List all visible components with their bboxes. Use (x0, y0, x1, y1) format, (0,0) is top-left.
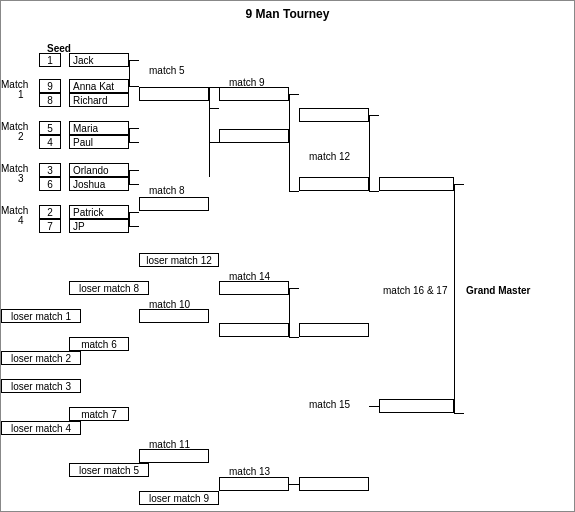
seed-9-box: 9 (39, 79, 61, 93)
match6-box: match 6 (69, 337, 129, 351)
h-match13-match15 (289, 484, 299, 485)
match13-top-box (219, 477, 289, 491)
h-match3-top (129, 170, 139, 171)
player-joshua: Joshua (69, 177, 129, 191)
match1-num: 1 (18, 89, 24, 100)
h-match4-top (129, 212, 139, 213)
match4-label: Match (1, 205, 28, 216)
v-match12-match16 (369, 115, 370, 191)
loser-match8-box: loser match 8 (69, 281, 149, 295)
v-match4 (129, 212, 130, 226)
h-match15-match16 (369, 406, 379, 407)
h-match12-match16-top (369, 115, 379, 116)
player-richard: Richard (69, 93, 129, 107)
match5-box (139, 87, 209, 101)
match8-label: match 8 (149, 185, 185, 196)
seed-2-box: 2 (39, 205, 61, 219)
match10-label: match 10 (149, 299, 190, 310)
match11-box (139, 449, 209, 463)
match15-bot-box (299, 477, 369, 491)
match16-top-box (379, 177, 454, 191)
seed-1-box: 1 (39, 53, 61, 67)
h-match16-gm-bot (454, 413, 464, 414)
player-orlando: Orlando (69, 163, 129, 177)
h-match4-bot (129, 226, 139, 227)
match12-top-box (299, 108, 369, 122)
player-jp: JP (69, 219, 129, 233)
match14-bot-box (219, 323, 289, 337)
v-match3 (129, 170, 130, 184)
seed-7-box: 7 (39, 219, 61, 233)
match3-num: 3 (18, 173, 24, 184)
v-match8-match9 (209, 108, 210, 177)
h-match8-match9 (209, 108, 219, 109)
player-annaKat: Anna Kat (69, 79, 129, 93)
match14-label: match 14 (229, 271, 270, 282)
h-match5-match9-bot (209, 142, 219, 143)
match2-label: Match (1, 121, 28, 132)
v-match1 (129, 60, 130, 86)
match15-label: match 15 (309, 399, 350, 410)
match9-label: match 9 (229, 77, 265, 88)
loser-match5-box: loser match 5 (69, 463, 149, 477)
loser-match3-box: loser match 3 (1, 379, 81, 393)
seed-5-box: 5 (39, 121, 61, 135)
match5-label: match 5 (149, 65, 185, 76)
v-match14-match15 (289, 288, 290, 337)
match10-box (139, 309, 209, 323)
match12-bot-box (299, 177, 369, 191)
loser-match9-box: loser match 9 (139, 491, 219, 505)
h-match12-match16-bot (369, 191, 379, 192)
match15-top-box (299, 323, 369, 337)
seed-3-box: 3 (39, 163, 61, 177)
loser-match1-box: loser match 1 (1, 309, 81, 323)
match3-label: Match (1, 163, 28, 174)
tournament-container: 9 Man Tourney Seed 1 Jack Match 1 9 Anna… (0, 0, 575, 512)
match12-label: match 12 (309, 151, 350, 162)
h-jack-match5 (129, 60, 139, 61)
seed-6-box: 6 (39, 177, 61, 191)
match4-num: 4 (18, 215, 24, 226)
h-match9-match12-bot (289, 191, 299, 192)
h-match1-match5 (129, 86, 139, 87)
match1-label: Match (1, 79, 28, 90)
player-paul: Paul (69, 135, 129, 149)
tournament-title: 9 Man Tourney (1, 1, 574, 25)
match7-box: match 7 (69, 407, 129, 421)
loser-match12-box: loser match 12 (139, 253, 219, 267)
match11-label: match 11 (149, 439, 190, 450)
loser-match4-box: loser match 4 (1, 421, 81, 435)
seed-8-box: 8 (39, 93, 61, 107)
h-match14-match15-bot (289, 337, 299, 338)
match9-top-box (219, 87, 289, 101)
h-match14-match15-top (289, 288, 299, 289)
h-match3-bot (129, 184, 139, 185)
seed-4-box: 4 (39, 135, 61, 149)
h-match16-gm-top (454, 184, 464, 185)
h-match9-match12-top (289, 94, 299, 95)
h-match5-match9-top (209, 87, 219, 88)
match13-label: match 13 (229, 466, 270, 477)
v-match16-gm (454, 184, 455, 413)
player-patrick: Patrick (69, 205, 129, 219)
grand-master-label: Grand Master (466, 285, 530, 296)
h-match2-bot (129, 142, 139, 143)
h-match2-top (129, 128, 139, 129)
match8-box (139, 197, 209, 211)
loser-match2-box: loser match 2 (1, 351, 81, 365)
player-jack: Jack (69, 53, 129, 67)
match9-bot-box (219, 129, 289, 143)
player-maria: Maria (69, 121, 129, 135)
v-match2 (129, 128, 130, 142)
match16-bot-box (379, 399, 454, 413)
match16-label: match 16 & 17 (383, 285, 447, 296)
v-match9-match12 (289, 94, 290, 191)
bracket: Seed 1 Jack Match 1 9 Anna Kat 8 R (1, 25, 575, 512)
match2-num: 2 (18, 131, 24, 142)
match14-top-box (219, 281, 289, 295)
